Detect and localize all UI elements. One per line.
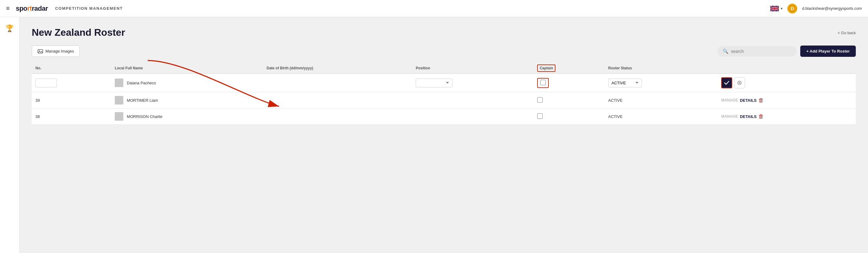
cell-actions: MANAGE DETAILS 🗑 xyxy=(717,92,856,109)
col-status: Roster Status xyxy=(604,63,718,74)
search-icon: 🔍 xyxy=(723,49,728,54)
cell-name-edit: Daiana Pacheco xyxy=(111,74,263,92)
page-header: New Zealand Roster < Go back xyxy=(32,27,856,38)
captain-checkbox-row3[interactable] xyxy=(537,113,542,119)
manage-link[interactable]: MANAGE xyxy=(721,98,738,102)
chevron-down-icon: ▾ xyxy=(781,6,782,11)
go-back-link[interactable]: < Go back xyxy=(837,31,856,35)
delete-icon[interactable]: 🗑 xyxy=(758,97,764,104)
player-name: MORTIMER Liam xyxy=(127,98,158,103)
player-thumbnail xyxy=(115,79,123,87)
cell-no: 38 xyxy=(32,109,111,125)
svg-point-3 xyxy=(39,50,40,51)
roster-table: No. Local Full Name Date of Birth (dd/mm… xyxy=(32,63,856,125)
toolbar: Manage Images 🔍 + Add Player To Roster xyxy=(32,46,856,57)
captain-checkbox-row1[interactable] xyxy=(540,80,546,85)
action-buttons: MANAGE DETAILS 🗑 xyxy=(721,113,852,120)
image-icon xyxy=(37,49,43,54)
col-actions xyxy=(717,63,856,74)
details-link[interactable]: DETAILS xyxy=(740,98,756,103)
cell-actions-edit xyxy=(717,74,856,92)
details-link[interactable]: DETAILS xyxy=(740,114,756,119)
delete-icon[interactable]: 🗑 xyxy=(758,113,764,120)
add-player-button[interactable]: + Add Player To Roster xyxy=(800,46,856,57)
header-row: No. Local Full Name Date of Birth (dd/mm… xyxy=(32,63,856,74)
trophy-icon[interactable]: 🏆 xyxy=(5,24,14,32)
manage-link[interactable]: MANAGE xyxy=(721,114,738,118)
hamburger-menu[interactable]: ≡ xyxy=(6,5,10,12)
cell-captain xyxy=(533,92,604,109)
table-body: Daiana Pacheco xyxy=(32,74,856,125)
position-select[interactable] xyxy=(416,79,452,87)
top-nav: ≡ sportradar COMPETITION MANAGEMENT ▾ D … xyxy=(0,0,868,17)
avatar: D xyxy=(787,4,797,13)
status-select-row1[interactable]: ACTIVE INACTIVE xyxy=(608,79,642,87)
toolbar-right: 🔍 + Add Player To Roster xyxy=(717,46,856,57)
captain-checkbox-row2[interactable] xyxy=(537,97,542,103)
cell-position xyxy=(412,109,533,125)
checkmark-icon xyxy=(724,81,729,85)
col-position: Position xyxy=(412,63,533,74)
cell-name: MORTIMER Liam xyxy=(111,92,263,109)
cell-dob xyxy=(263,109,412,125)
page-wrapper: New Zealand Roster < Go back Manage Imag… xyxy=(32,27,856,125)
cell-dob-edit xyxy=(263,74,412,92)
cell-captain xyxy=(533,109,604,125)
logo: sportradar xyxy=(16,5,48,12)
cell-status-edit: ACTIVE INACTIVE xyxy=(604,74,718,92)
language-selector[interactable]: ▾ xyxy=(770,6,782,11)
main-content: New Zealand Roster < Go back Manage Imag… xyxy=(20,17,868,253)
player-thumbnail xyxy=(115,96,123,105)
col-name: Local Full Name xyxy=(111,63,263,74)
cell-status: ACTIVE xyxy=(604,92,718,109)
cell-position-edit xyxy=(412,74,533,92)
manage-images-label: Manage Images xyxy=(45,49,74,54)
cell-status: ACTIVE xyxy=(604,109,718,125)
player-thumbnail xyxy=(115,112,123,121)
save-button[interactable] xyxy=(721,77,732,88)
player-name: MORRISON Charlie xyxy=(127,114,162,119)
col-dob: Date of Birth (dd/mm/yyyy) xyxy=(263,63,412,74)
col-no: No. xyxy=(32,63,111,74)
search-input[interactable] xyxy=(731,49,791,54)
table-row: 38 MORRISON Charlie ACTIVE MANAGE xyxy=(32,109,856,125)
cancel-icon xyxy=(737,81,742,85)
action-buttons: MANAGE DETAILS 🗑 xyxy=(721,97,852,104)
captain-cell-highlight xyxy=(537,78,549,88)
cell-no-edit xyxy=(32,74,111,92)
cell-dob xyxy=(263,92,412,109)
cell-no: 39 xyxy=(32,92,111,109)
manage-images-button[interactable]: Manage Images xyxy=(32,46,80,57)
captain-highlight-header: Captain xyxy=(537,64,555,72)
cancel-button[interactable] xyxy=(734,77,745,88)
action-buttons xyxy=(721,77,852,88)
table-row: Daiana Pacheco xyxy=(32,74,856,92)
page-title: New Zealand Roster xyxy=(32,27,125,38)
app-title: COMPETITION MANAGEMENT xyxy=(55,6,123,11)
cell-captain-edit xyxy=(533,74,604,92)
number-input[interactable] xyxy=(35,79,57,87)
cell-name: MORRISON Charlie xyxy=(111,109,263,125)
flag-icon xyxy=(770,6,779,11)
player-name: Daiana Pacheco xyxy=(127,81,156,85)
table-header: No. Local Full Name Date of Birth (dd/mm… xyxy=(32,63,856,74)
table-row: 39 MORTIMER Liam ACTIVE MANAGE DET xyxy=(32,92,856,109)
nav-right: ▾ D d.blackshear@synergysports.com xyxy=(770,4,862,13)
cell-actions: MANAGE DETAILS 🗑 xyxy=(717,109,856,125)
search-box: 🔍 xyxy=(717,46,797,57)
user-email: d.blackshear@synergysports.com xyxy=(802,6,862,11)
col-captain: Captain xyxy=(533,63,604,74)
logo-text: sportradar xyxy=(16,5,48,12)
sidebar: 🏆 xyxy=(0,17,20,253)
cell-position xyxy=(412,92,533,109)
